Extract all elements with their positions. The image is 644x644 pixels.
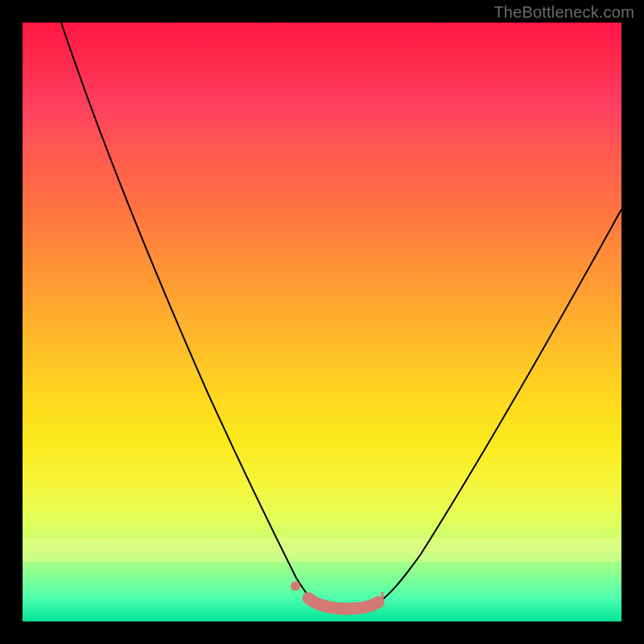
chart-frame: TheBottleneck.com: [0, 0, 644, 644]
curve-layer: [23, 23, 621, 621]
bottleneck-curve-left: [61, 23, 315, 602]
bottleneck-curve-right: [377, 209, 621, 604]
optimal-range-marker: [308, 598, 378, 609]
optimal-start-dot: [291, 581, 300, 591]
plot-area: [23, 23, 621, 621]
watermark-text: TheBottleneck.com: [493, 3, 634, 22]
